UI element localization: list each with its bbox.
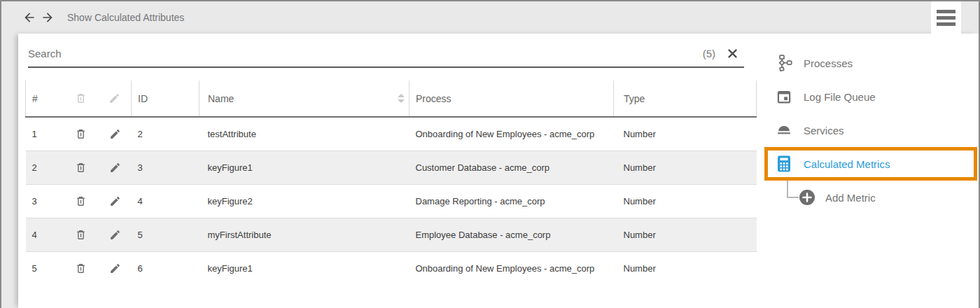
cloche-icon (776, 122, 792, 139)
pencil-icon (109, 162, 121, 174)
attributes-table: # (25, 80, 757, 285)
sidebar-item-add-metric[interactable]: Add Metric (764, 181, 979, 214)
delete-button[interactable] (73, 159, 90, 176)
delete-button[interactable] (73, 125, 90, 142)
sidebar-item-label: Processes (804, 57, 853, 69)
table-row: 5 6 keyFigure1 Onboarding of New Employe… (26, 251, 757, 285)
app-window: Show Calculated Attributes (5) # (0, 0, 980, 308)
trash-icon (75, 262, 87, 274)
row-type: Number (614, 251, 757, 285)
pencil-icon (106, 90, 123, 107)
sidebar-item-services[interactable]: Services (764, 113, 979, 147)
row-type: Number (614, 218, 757, 251)
header-index: # (26, 80, 64, 117)
edit-cell (99, 117, 132, 150)
pencil-icon (109, 128, 121, 140)
search-bar: (5) (28, 41, 744, 68)
row-process: Onboarding of New Employees - acme_corp (410, 251, 614, 285)
row-id: 5 (132, 218, 200, 251)
delete-button[interactable] (73, 192, 90, 209)
sidebar-item-log-file-queue[interactable]: Log File Queue (764, 80, 979, 113)
row-id: 6 (132, 251, 200, 285)
search-input[interactable] (28, 48, 703, 59)
row-type: Number (614, 150, 757, 184)
table-header-row: # (26, 80, 757, 117)
forward-arrow-icon[interactable] (41, 10, 55, 24)
sidebar-item-calculated-metrics[interactable]: Calculated Metrics (764, 147, 977, 181)
delete-cell (64, 150, 99, 184)
row-type: Number (614, 184, 757, 218)
delete-cell (64, 218, 99, 251)
row-name: myFirstAttribute (200, 218, 410, 251)
result-count: (5) (703, 48, 715, 59)
row-index: 4 (26, 218, 64, 251)
edit-button[interactable] (106, 226, 123, 243)
row-index: 5 (26, 251, 64, 285)
header-id: ID (132, 80, 200, 117)
edit-cell (99, 184, 132, 218)
sidebar-item-label: Calculated Metrics (804, 158, 890, 170)
delete-cell (64, 117, 99, 150)
menu-button[interactable] (931, 1, 961, 34)
row-process: Damage Reporting - acme_corp (410, 184, 614, 218)
trash-icon (75, 162, 87, 174)
row-name: testAttribute (200, 117, 410, 150)
edit-cell (99, 218, 132, 251)
trash-icon (75, 195, 87, 207)
row-id: 2 (132, 117, 200, 150)
plus-circle-icon (799, 189, 816, 206)
calculator-icon (776, 155, 792, 172)
row-name: keyFigure1 (200, 150, 410, 184)
delete-cell (64, 251, 99, 285)
edit-button[interactable] (106, 125, 123, 142)
row-index: 1 (26, 117, 64, 150)
row-id: 3 (132, 150, 200, 184)
row-index: 2 (26, 150, 64, 184)
sidebar-item-processes[interactable]: Processes (764, 46, 979, 80)
top-bar: Show Calculated Attributes (1, 1, 979, 34)
delete-button[interactable] (73, 226, 90, 243)
back-arrow-icon[interactable] (22, 10, 36, 24)
edit-cell (99, 251, 132, 285)
edit-cell (99, 150, 132, 184)
row-process: Onboarding of New Employees - acme_corp (410, 117, 614, 150)
clear-search-button[interactable] (727, 48, 738, 59)
row-process: Customer Database - acme_corp (410, 150, 614, 184)
header-edit (99, 80, 132, 117)
trash-icon (75, 128, 87, 140)
table-row: 4 5 myFirstAttribute Employee Database -… (26, 218, 757, 251)
table-row: 1 2 testAttribute Onboarding of New Empl… (26, 117, 757, 150)
header-type: Type (614, 80, 757, 117)
header-delete (64, 80, 99, 117)
row-index: 3 (26, 184, 64, 218)
delete-cell (64, 184, 99, 218)
table-row: 3 4 keyFigure2 Damage Reporting - acme_c… (26, 184, 757, 218)
edit-button[interactable] (106, 159, 123, 176)
row-id: 4 (132, 184, 200, 218)
sidebar-item-label: Add Metric (825, 192, 876, 204)
calendar-icon (776, 88, 792, 105)
pencil-icon (109, 229, 121, 241)
edit-button[interactable] (106, 260, 123, 276)
trash-icon (75, 229, 87, 241)
row-name: keyFigure2 (200, 184, 410, 218)
header-process: Process (410, 80, 614, 117)
delete-button[interactable] (73, 260, 90, 276)
table-row: 2 3 keyFigure1 Customer Database - acme_… (26, 150, 757, 184)
sidebar-item-label: Log File Queue (804, 91, 876, 103)
header-name[interactable]: Name (200, 80, 410, 117)
page-title: Show Calculated Attributes (67, 12, 184, 23)
edit-button[interactable] (106, 192, 123, 209)
row-name: keyFigure1 (200, 251, 410, 285)
close-icon (727, 48, 738, 59)
content-panel: (5) # (18, 34, 979, 308)
sidebar: Processes Log File Queue Services (764, 46, 979, 214)
sort-icon[interactable] (398, 94, 405, 103)
row-process: Employee Database - acme_corp (410, 218, 614, 251)
trash-icon (73, 90, 90, 107)
pencil-icon (109, 195, 121, 207)
row-type: Number (614, 117, 757, 150)
hamburger-icon (937, 10, 955, 13)
workflow-icon (776, 55, 792, 71)
sidebar-item-label: Services (804, 125, 844, 136)
